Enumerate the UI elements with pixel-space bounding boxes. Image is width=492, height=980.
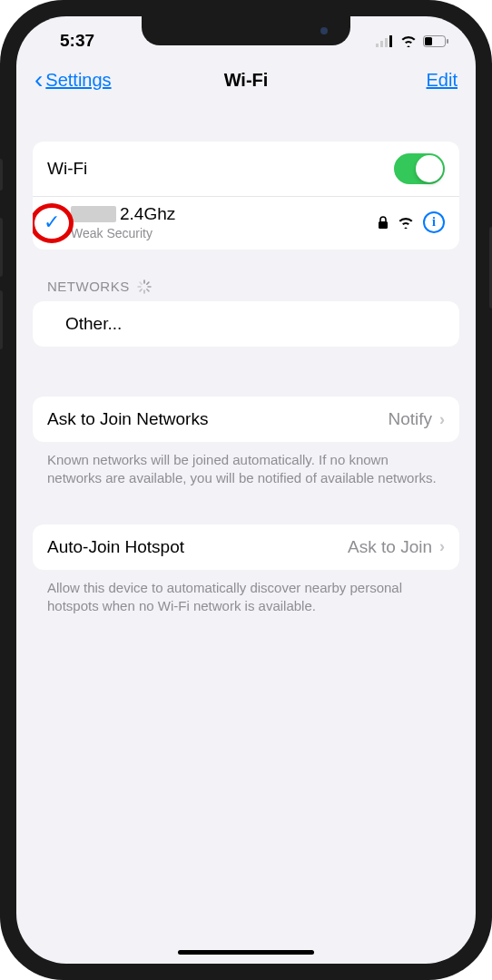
other-networks-group: Other...: [33, 301, 459, 347]
lock-icon: [378, 216, 389, 230]
networks-header: NETWORKS: [33, 250, 459, 301]
svg-line-13: [140, 289, 142, 290]
auto-hotspot-group: Auto-Join Hotspot Ask to Join ›: [33, 524, 459, 570]
network-name: 2.4Ghz: [71, 204, 378, 224]
camera-dot: [320, 27, 328, 34]
wifi-signal-icon: [398, 217, 414, 229]
auto-hotspot-value: Ask to Join: [348, 537, 432, 557]
svg-line-11: [146, 289, 148, 290]
cellular-icon: [376, 35, 394, 47]
home-indicator[interactable]: [178, 950, 314, 955]
wifi-icon: [400, 35, 417, 47]
networks-header-label: NETWORKS: [47, 279, 130, 294]
spinner-icon: [137, 279, 152, 294]
volume-down: [0, 290, 3, 349]
annotation-circle: [33, 203, 74, 243]
volume-up: [0, 218, 3, 277]
svg-line-9: [146, 282, 148, 284]
svg-line-15: [140, 282, 142, 284]
wifi-toggle[interactable]: [394, 153, 445, 184]
other-network-row[interactable]: Other...: [33, 301, 459, 347]
svg-rect-3: [389, 35, 392, 47]
wifi-group: Wi-Fi ✓ 2.4Ghz Weak Security: [33, 142, 459, 250]
svg-rect-7: [379, 221, 388, 229]
page-title: Wi-Fi: [224, 70, 269, 91]
other-label: Other...: [65, 314, 445, 334]
back-button[interactable]: ‹ Settings: [34, 67, 112, 93]
ask-join-label: Ask to Join Networks: [47, 409, 388, 429]
ask-join-group: Ask to Join Networks Notify ›: [33, 397, 459, 442]
ask-join-footer: Known networks will be joined automatica…: [33, 442, 459, 488]
phone-frame: 5:37 ‹ Settings Wi-Fi Edit Wi-Fi: [0, 0, 492, 980]
edit-button[interactable]: Edit: [427, 70, 458, 91]
battery-icon: [423, 35, 448, 47]
wifi-label: Wi-Fi: [47, 159, 394, 179]
nav-bar: ‹ Settings Wi-Fi Edit: [16, 60, 476, 105]
screen: 5:37 ‹ Settings Wi-Fi Edit Wi-Fi: [16, 16, 476, 964]
chevron-right-icon: ›: [439, 410, 445, 429]
toggle-knob: [416, 155, 443, 182]
auto-hotspot-label: Auto-Join Hotspot: [47, 537, 348, 557]
redacted-name: [71, 206, 116, 222]
ask-join-row[interactable]: Ask to Join Networks Notify ›: [33, 397, 459, 442]
svg-rect-1: [380, 41, 383, 47]
svg-rect-0: [376, 44, 379, 47]
chevron-left-icon: ‹: [34, 67, 43, 93]
svg-rect-2: [385, 38, 388, 47]
info-icon[interactable]: i: [423, 211, 445, 233]
auto-hotspot-row[interactable]: Auto-Join Hotspot Ask to Join ›: [33, 524, 459, 570]
chevron-right-icon: ›: [439, 537, 445, 556]
mute-switch: [0, 159, 3, 191]
svg-rect-6: [447, 39, 448, 44]
network-name-suffix: 2.4Ghz: [120, 204, 175, 224]
auto-hotspot-footer: Allow this device to automatically disco…: [33, 570, 459, 616]
ask-join-value: Notify: [388, 409, 432, 429]
status-time: 5:37: [60, 31, 94, 51]
back-label: Settings: [45, 70, 111, 91]
connected-network-row[interactable]: ✓ 2.4Ghz Weak Security i: [33, 196, 459, 250]
wifi-toggle-row: Wi-Fi: [33, 142, 459, 196]
svg-rect-5: [425, 37, 432, 45]
notch: [142, 16, 350, 45]
network-subtitle: Weak Security: [71, 226, 378, 240]
